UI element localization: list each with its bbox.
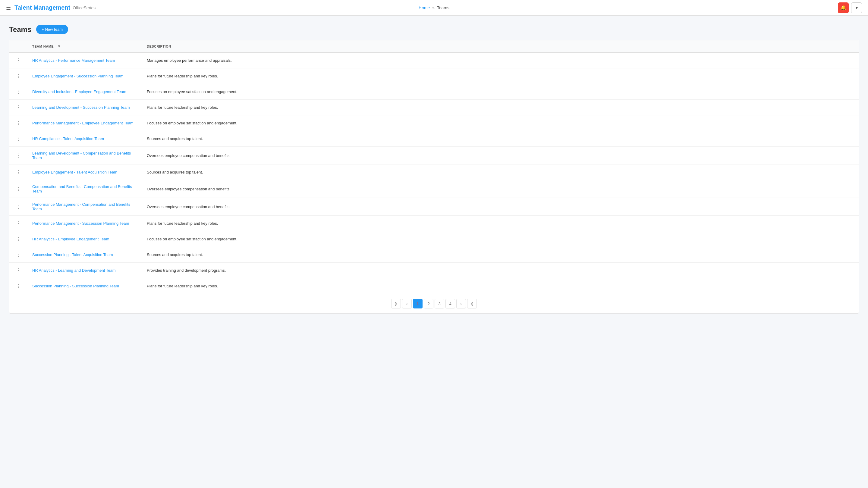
row-menu-button[interactable]: ⋮ (14, 186, 23, 193)
table-row: ⋮HR Compliance - Talent Acquisition Team… (9, 131, 859, 147)
row-menu-button[interactable]: ⋮ (14, 203, 23, 210)
table-row: ⋮Performance Management - Compensation a… (9, 198, 859, 216)
dots-icon: ⋮ (16, 169, 21, 175)
team-description: Focuses on employee satisfaction and eng… (142, 116, 859, 131)
dots-icon: ⋮ (16, 267, 21, 273)
last-page-icon: ⟩⟩ (470, 301, 473, 306)
team-name-link[interactable]: HR Analytics - Learning and Development … (32, 268, 116, 272)
row-menu-button[interactable]: ⋮ (14, 283, 23, 290)
team-name-link[interactable]: Diversity and Inclusion - Employee Engag… (32, 90, 126, 94)
team-description: Oversees employee compensation and benef… (142, 147, 859, 164)
table-row: ⋮Employee Engagement - Succession Planni… (9, 68, 859, 84)
breadcrumb: Home » Teams (418, 5, 450, 10)
page-3-button[interactable]: 3 (435, 299, 444, 308)
dots-icon: ⋮ (16, 153, 21, 158)
page-2-button[interactable]: 2 (424, 299, 433, 308)
pagination: ⟨⟨ ‹ 1 2 3 4 › ⟩⟩ (9, 294, 859, 313)
team-name-link[interactable]: Employee Engagement - Talent Acquisition… (32, 170, 117, 174)
team-description: Manages employee performance and apprais… (142, 53, 859, 68)
dots-icon: ⋮ (16, 236, 21, 242)
filter-icon[interactable]: ▼ (57, 44, 61, 48)
dots-icon: ⋮ (16, 186, 21, 192)
page-prev-button[interactable]: ‹ (402, 299, 412, 308)
col-description-header: DESCRIPTION (142, 40, 859, 53)
team-description: Provides training and development progra… (142, 263, 859, 278)
row-menu-button[interactable]: ⋮ (14, 235, 23, 242)
table-body: ⋮HR Analytics - Performance Management T… (9, 53, 859, 294)
team-description: Focuses on employee satisfaction and eng… (142, 84, 859, 100)
team-name-link[interactable]: Learning and Development - Succession Pl… (32, 105, 130, 110)
teams-table: TEAM NAME ▼ DESCRIPTION ⋮HR Analytics - … (9, 40, 859, 294)
breadcrumb-current: Teams (437, 5, 450, 10)
team-description: Oversees employee compensation and benef… (142, 180, 859, 198)
table-row: ⋮Diversity and Inclusion - Employee Enga… (9, 84, 859, 100)
table-row: ⋮Learning and Development - Succession P… (9, 100, 859, 116)
hamburger-icon: ☰ (6, 5, 11, 11)
page-content: Teams + New team TEAM NAME ▼ DESCRIPTION… (0, 16, 868, 320)
team-name-link[interactable]: Succession Planning - Succession Plannin… (32, 284, 119, 288)
row-menu-button[interactable]: ⋮ (14, 73, 23, 79)
dots-icon: ⋮ (16, 252, 21, 258)
page-first-button[interactable]: ⟨⟨ (391, 299, 401, 308)
next-page-icon: › (461, 301, 462, 306)
chevron-down-icon: ▾ (856, 5, 858, 10)
team-name-link[interactable]: HR Analytics - Performance Management Te… (32, 58, 115, 63)
team-name-link[interactable]: Compensation and Benefits - Compensation… (32, 184, 132, 193)
team-description: Oversees employee compensation and benef… (142, 198, 859, 216)
dots-icon: ⋮ (16, 104, 21, 110)
row-menu-button[interactable]: ⋮ (14, 57, 23, 64)
team-description: Plans for future leadership and key role… (142, 216, 859, 231)
table-row: ⋮HR Analytics - Performance Management T… (9, 53, 859, 68)
table-row: ⋮Compensation and Benefits - Compensatio… (9, 180, 859, 198)
dots-icon: ⋮ (16, 136, 21, 141)
dots-icon: ⋮ (16, 221, 21, 226)
team-name-link[interactable]: Performance Management - Compensation an… (32, 202, 130, 211)
page-4-button[interactable]: 4 (445, 299, 455, 308)
row-menu-button[interactable]: ⋮ (14, 251, 23, 258)
team-name-link[interactable]: Performance Management - Succession Plan… (32, 221, 129, 226)
notification-button[interactable]: 🔔 (838, 2, 849, 13)
dots-icon: ⋮ (16, 58, 21, 63)
team-description: Plans for future leadership and key role… (142, 278, 859, 294)
team-name-link[interactable]: Learning and Development - Compensation … (32, 151, 131, 160)
team-description: Sources and acquires top talent. (142, 131, 859, 147)
hamburger-button[interactable]: ☰ (6, 4, 11, 11)
row-menu-button[interactable]: ⋮ (14, 267, 23, 274)
dots-icon: ⋮ (16, 283, 21, 289)
dots-icon: ⋮ (16, 204, 21, 210)
row-menu-button[interactable]: ⋮ (14, 120, 23, 127)
team-name-link[interactable]: Performance Management - Employee Engage… (32, 121, 133, 125)
team-description: Plans for future leadership and key role… (142, 68, 859, 84)
page-1-button[interactable]: 1 (413, 299, 423, 308)
breadcrumb-home[interactable]: Home (418, 5, 430, 10)
app-header: ☰ Talent Management OfficeSeries Home » … (0, 0, 868, 16)
row-menu-button[interactable]: ⋮ (14, 104, 23, 111)
app-title: Talent Management (14, 4, 70, 11)
new-team-button[interactable]: + New team (36, 25, 68, 34)
row-menu-button[interactable]: ⋮ (14, 135, 23, 142)
table-row: ⋮HR Analytics - Employee Engagement Team… (9, 231, 859, 247)
page-2-label: 2 (427, 301, 430, 306)
team-description: Focuses on employee satisfaction and eng… (142, 231, 859, 247)
page-next-button[interactable]: › (456, 299, 466, 308)
table-row: ⋮Succession Planning - Succession Planni… (9, 278, 859, 294)
team-name-link[interactable]: HR Compliance - Talent Acquisition Team (32, 136, 104, 141)
row-menu-button[interactable]: ⋮ (14, 220, 23, 227)
dots-icon: ⋮ (16, 120, 21, 126)
table-row: ⋮Succession Planning - Talent Acquisitio… (9, 247, 859, 263)
team-name-link[interactable]: HR Analytics - Employee Engagement Team (32, 237, 110, 241)
row-menu-button[interactable]: ⋮ (14, 88, 23, 95)
team-name-link[interactable]: Employee Engagement - Succession Plannin… (32, 74, 124, 78)
table-row: ⋮Performance Management - Employee Engag… (9, 116, 859, 131)
row-menu-button[interactable]: ⋮ (14, 152, 23, 159)
table-row: ⋮HR Analytics - Learning and Development… (9, 263, 859, 278)
header-actions: 🔔 ▾ (838, 2, 862, 13)
breadcrumb-separator: » (432, 5, 435, 10)
user-dropdown-button[interactable]: ▾ (851, 2, 862, 13)
team-name-link[interactable]: Succession Planning - Talent Acquisition… (32, 253, 113, 257)
page-last-button[interactable]: ⟩⟩ (467, 299, 477, 308)
dots-icon: ⋮ (16, 73, 21, 79)
teams-table-container: TEAM NAME ▼ DESCRIPTION ⋮HR Analytics - … (9, 40, 859, 314)
row-menu-button[interactable]: ⋮ (14, 169, 23, 175)
new-team-label: + New team (41, 27, 63, 32)
